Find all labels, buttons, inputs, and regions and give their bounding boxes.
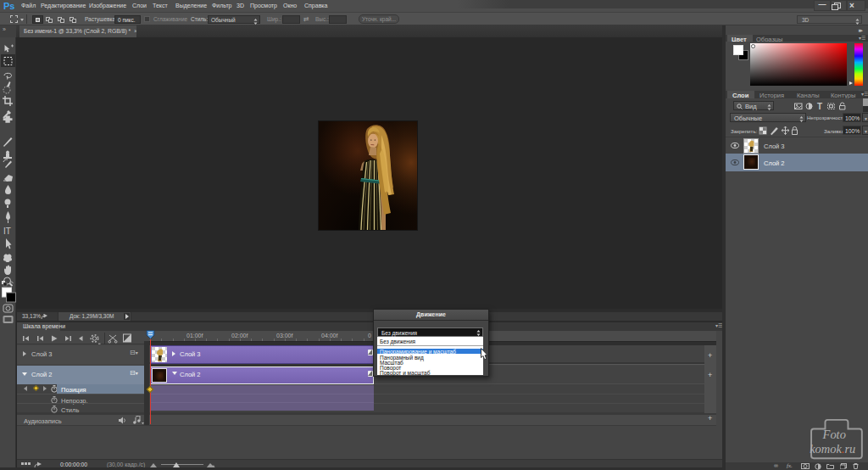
svg-text:T: T	[817, 102, 822, 111]
svg-text:komok.ru: komok.ru	[810, 442, 855, 456]
svg-text:Foto: Foto	[822, 428, 846, 441]
svg-text:IT: IT	[3, 227, 11, 236]
